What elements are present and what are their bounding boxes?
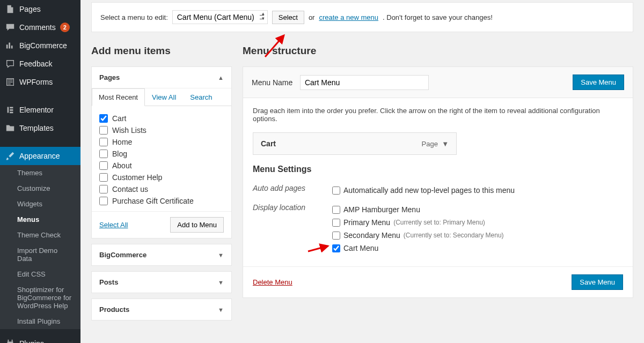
tab-view-all[interactable]: View All	[145, 88, 183, 106]
posts-panel-toggle[interactable]: Posts▼	[92, 272, 231, 293]
tab-search[interactable]: Search	[183, 88, 219, 106]
delete-menu-link[interactable]: Delete Menu	[253, 278, 292, 286]
sidebar-item-wpforms[interactable]: WPForms	[0, 73, 80, 91]
auto-add-checkbox[interactable]	[332, 187, 340, 195]
submenu-edit-css[interactable]: Edit CSS	[0, 266, 80, 282]
main-content: Select a menu to edit: Cart Menu (Cart M…	[80, 0, 644, 343]
page-item[interactable]: Wish Lists	[99, 124, 224, 136]
admin-sidebar: Pages Comments 2 BigCommerce Feedback WP…	[0, 0, 80, 343]
auto-add-option[interactable]: Automatically add new top-level pages to…	[332, 184, 515, 197]
sidebar-item-elementor[interactable]: Elementor	[0, 101, 80, 119]
save-menu-button-bottom[interactable]: Save Menu	[572, 274, 623, 290]
add-items-heading: Add menu items	[91, 45, 232, 57]
caret-down-icon: ▼	[442, 140, 449, 148]
brush-icon	[5, 151, 15, 161]
pages-panel-toggle[interactable]: Pages ▲	[92, 67, 231, 88]
location-checkbox[interactable]	[332, 219, 340, 227]
location-checkbox[interactable]	[332, 244, 340, 252]
location-checkbox[interactable]	[332, 206, 340, 214]
add-to-menu-button[interactable]: Add to Menu	[170, 217, 224, 233]
location-option[interactable]: AMP Hamburger Menu	[332, 203, 504, 216]
sidebar-label: Pages	[19, 5, 41, 13]
pages-panel: Pages ▲ Most Recent View All Search Cart	[91, 66, 232, 238]
sidebar-item-feedback[interactable]: Feedback	[0, 55, 80, 73]
submenu-themes[interactable]: Themes	[0, 165, 80, 181]
or-text: or	[309, 13, 315, 21]
chart-icon	[5, 41, 15, 50]
page-checkbox[interactable]	[99, 138, 108, 146]
submenu-theme-check[interactable]: Theme Check	[0, 227, 80, 243]
comment-count-badge: 2	[60, 23, 70, 32]
bigcommerce-panel-toggle[interactable]: BigCommerce▼	[92, 244, 231, 265]
caret-down-icon: ▼	[218, 279, 224, 286]
submenu-import-demo[interactable]: Import Demo Data	[0, 243, 80, 266]
tab-most-recent[interactable]: Most Recent	[92, 88, 145, 106]
page-checkbox[interactable]	[99, 126, 108, 135]
caret-up-icon: ▲	[218, 74, 224, 81]
sidebar-label: Plugins	[19, 339, 44, 343]
sidebar-item-comments[interactable]: Comments 2	[0, 18, 80, 36]
page-checkbox[interactable]	[99, 173, 108, 182]
location-checkbox[interactable]	[332, 232, 340, 240]
submenu-customize[interactable]: Customize	[0, 181, 80, 196]
location-option[interactable]: Primary Menu (Currently set to: Primary …	[332, 216, 504, 229]
menu-select-dropdown[interactable]: Cart Menu (Cart Menu)	[172, 10, 268, 24]
page-item[interactable]: Cart	[99, 113, 224, 124]
sidebar-item-appearance[interactable]: Appearance	[0, 147, 80, 165]
sidebar-item-bigcommerce[interactable]: BigCommerce	[0, 36, 80, 55]
save-menu-button-top[interactable]: Save Menu	[573, 74, 624, 90]
sidebar-item-plugins[interactable]: Plugins	[0, 334, 80, 343]
sidebar-label: Elementor	[19, 106, 54, 114]
page-list[interactable]: Cart Wish Lists Home Blog About Customer…	[99, 113, 224, 207]
folder-icon	[5, 123, 15, 133]
products-panel: Products▼	[91, 299, 232, 320]
submenu-menus[interactable]: Menus	[0, 212, 80, 227]
submenu-shoptimizer-help[interactable]: Shoptimizer for BigCommerce for WordPres…	[0, 282, 80, 314]
sidebar-label: Feedback	[19, 59, 52, 68]
location-option[interactable]: Cart Menu	[332, 242, 504, 255]
location-option[interactable]: Secondary Menu (Currently set to: Second…	[332, 229, 504, 242]
display-location-label: Display location	[253, 203, 332, 255]
page-icon	[5, 4, 15, 14]
comment-icon	[5, 23, 15, 32]
page-item[interactable]: About	[99, 160, 224, 172]
menu-name-input[interactable]	[300, 75, 429, 90]
sidebar-label: Appearance	[19, 152, 60, 160]
sidebar-label: Comments	[19, 23, 56, 32]
feedback-icon	[5, 59, 15, 69]
page-checkbox[interactable]	[99, 161, 108, 170]
menu-name-label: Menu Name	[252, 78, 292, 87]
select-button[interactable]: Select	[272, 11, 304, 24]
pages-tabs: Most Recent View All Search	[92, 88, 231, 106]
products-panel-toggle[interactable]: Products▼	[92, 299, 231, 320]
menu-item-cart[interactable]: Cart Page ▼	[253, 132, 457, 155]
page-item[interactable]: Purchase Gift Certificate	[99, 195, 224, 207]
page-checkbox[interactable]	[99, 185, 108, 193]
sidebar-item-pages[interactable]: Pages	[0, 0, 80, 18]
page-item[interactable]: Customer Help	[99, 172, 224, 183]
page-item[interactable]: Blog	[99, 148, 224, 160]
appearance-submenu: Themes Customize Widgets Menus Theme Che…	[0, 165, 80, 329]
submenu-widgets[interactable]: Widgets	[0, 196, 80, 212]
menu-structure-heading: Menu structure	[243, 45, 633, 57]
create-new-menu-link[interactable]: create a new menu	[319, 13, 378, 21]
menu-settings-heading: Menu Settings	[253, 165, 623, 174]
posts-panel: Posts▼	[91, 271, 232, 293]
page-checkbox[interactable]	[99, 114, 108, 123]
page-item[interactable]: Contact us	[99, 183, 224, 195]
reminder-text: . Don't forget to save your changes!	[383, 13, 493, 21]
sidebar-item-templates[interactable]: Templates	[0, 119, 80, 137]
select-prompt: Select a menu to edit:	[100, 13, 168, 21]
page-item[interactable]: Home	[99, 136, 224, 148]
sidebar-label: WPForms	[19, 78, 53, 86]
plug-icon	[5, 339, 15, 343]
instructions-text: Drag each item into the order you prefer…	[253, 107, 623, 123]
page-checkbox[interactable]	[99, 197, 108, 205]
bigcommerce-panel: BigCommerce▼	[91, 244, 232, 266]
caret-down-icon: ▼	[218, 307, 224, 313]
submenu-install-plugins[interactable]: Install Plugins	[0, 314, 80, 329]
page-checkbox[interactable]	[99, 150, 108, 158]
sidebar-label: Templates	[19, 124, 54, 132]
elementor-icon	[5, 105, 15, 115]
select-all-link[interactable]: Select All	[99, 221, 128, 229]
